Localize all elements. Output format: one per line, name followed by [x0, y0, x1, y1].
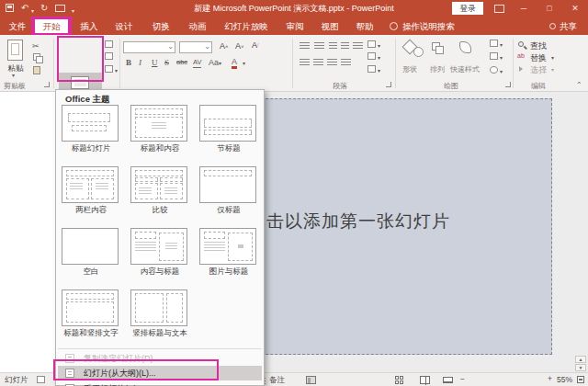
layout-content-with-caption[interactable]: [130, 228, 187, 265]
accessibility-icon[interactable]: [37, 376, 45, 383]
slide-placeholder-text[interactable]: 单击以添加第一张幻灯片: [248, 210, 450, 233]
shape-outline-icon[interactable]: [490, 52, 498, 60]
layout-section-header[interactable]: [199, 105, 256, 142]
select-dropdown-icon[interactable]: ▾: [551, 66, 554, 73]
clear-formatting-icon[interactable]: A⁄: [252, 40, 258, 51]
bold-button[interactable]: B: [126, 58, 131, 67]
reading-view-icon[interactable]: [420, 376, 430, 384]
select-button[interactable]: 选择: [530, 64, 547, 76]
tab-file[interactable]: 文件: [4, 17, 31, 35]
arrange-label[interactable]: 排列: [430, 64, 445, 74]
paste-dropdown-icon[interactable]: ▾: [12, 72, 15, 78]
tab-design[interactable]: 设计: [108, 17, 140, 35]
slideshow-view-icon[interactable]: [443, 377, 453, 383]
font-name-combo[interactable]: [123, 41, 175, 53]
justify-icon[interactable]: [341, 59, 351, 65]
scroll-up-button[interactable]: ▲: [575, 356, 586, 363]
tab-help[interactable]: 帮助: [349, 17, 380, 35]
align-text-icon[interactable]: [368, 52, 376, 60]
zoom-out-button[interactable]: −: [460, 374, 465, 383]
tab-review[interactable]: 审阅: [279, 17, 311, 35]
reset-icon[interactable]: [105, 52, 113, 60]
strikethrough-button[interactable]: S: [164, 58, 169, 67]
paste-icon[interactable]: [7, 40, 23, 61]
fit-to-window-icon[interactable]: [577, 376, 584, 383]
shrink-font-icon[interactable]: A˅: [235, 41, 244, 51]
zoom-in-button[interactable]: +: [548, 374, 552, 383]
collapse-ribbon-icon[interactable]: ⌃: [576, 81, 582, 89]
font-color-icon[interactable]: A: [232, 57, 237, 69]
maximize-button[interactable]: □: [538, 2, 560, 16]
change-case-icon[interactable]: Aa▾: [209, 58, 221, 68]
sign-in-button[interactable]: 登录: [452, 2, 483, 15]
italic-button[interactable]: I: [139, 58, 141, 67]
close-button[interactable]: ✕: [564, 2, 586, 16]
replace-button[interactable]: 替换: [530, 52, 547, 64]
smartart-convert-icon[interactable]: [368, 65, 376, 73]
text-shadow-icon[interactable]: abc: [176, 58, 187, 67]
tell-me-search[interactable]: 操作说明搜索: [402, 17, 467, 35]
align-center-icon[interactable]: [313, 59, 323, 65]
layout-title-and-content[interactable]: [130, 105, 187, 142]
text-direction-dropdown-icon[interactable]: ▾: [378, 41, 380, 51]
font-size-combo[interactable]: [179, 41, 212, 53]
tab-slideshow[interactable]: 幻灯片放映: [217, 17, 276, 35]
tab-animations[interactable]: 动画: [182, 17, 213, 35]
layout-comparison[interactable]: [130, 166, 187, 203]
align-left-icon[interactable]: [300, 59, 310, 65]
drawing-dialog-launcher-icon[interactable]: [505, 82, 511, 87]
paste-button-label[interactable]: 粘贴: [2, 63, 29, 74]
shape-outline-dropdown-icon[interactable]: ▾: [500, 53, 503, 62]
numbering-icon[interactable]: [314, 42, 324, 49]
shape-fill-dropdown-icon[interactable]: ▾: [500, 40, 503, 50]
minimize-button[interactable]: ─: [513, 2, 535, 16]
layout-title-and-vertical-text[interactable]: [62, 290, 119, 326]
scroll-down-button[interactable]: ▼: [575, 364, 586, 371]
arrange-icon[interactable]: [432, 42, 440, 51]
line-spacing-icon[interactable]: [353, 42, 363, 49]
layout-icon[interactable]: [105, 40, 113, 48]
shape-effects-icon[interactable]: [490, 66, 498, 74]
normal-view-icon[interactable]: [306, 376, 316, 384]
text-direction-icon[interactable]: [368, 40, 376, 48]
layout-picture-with-caption[interactable]: [199, 228, 256, 265]
quick-styles-icon[interactable]: [459, 41, 471, 53]
tab-view[interactable]: 视图: [314, 17, 345, 35]
align-text-dropdown-icon[interactable]: ▾: [378, 53, 380, 62]
format-painter-icon[interactable]: [33, 66, 40, 74]
ribbon-display-options-icon[interactable]: [494, 5, 504, 13]
decrease-indent-icon[interactable]: [329, 42, 337, 49]
slide-thumbnails-panel[interactable]: [0, 92, 57, 372]
grow-font-icon[interactable]: A˄: [220, 41, 229, 51]
shapes-label[interactable]: 形状: [402, 64, 417, 74]
copy-icon[interactable]: [33, 53, 40, 61]
layout-blank[interactable]: [62, 228, 119, 265]
tab-insert[interactable]: 插入: [74, 17, 105, 35]
notes-toggle[interactable]: 备注: [269, 375, 285, 386]
find-button[interactable]: 查找: [530, 40, 547, 52]
smartart-dropdown-icon[interactable]: ▾: [378, 66, 380, 75]
slide-sorter-view-icon[interactable]: [395, 376, 403, 384]
share-button[interactable]: 共享: [560, 17, 583, 35]
tab-transitions[interactable]: 切换: [145, 17, 176, 35]
layout-title-only[interactable]: [199, 166, 256, 203]
section-icon[interactable]: [105, 65, 113, 73]
section-dropdown-icon[interactable]: ▾: [115, 66, 118, 75]
bullets-icon[interactable]: [300, 42, 310, 49]
character-spacing-icon[interactable]: AV: [193, 58, 201, 68]
layout-title-slide[interactable]: [62, 105, 119, 142]
clipboard-dialog-launcher-icon[interactable]: [44, 82, 50, 87]
shape-effects-dropdown-icon[interactable]: ▾: [500, 67, 503, 76]
underline-button[interactable]: U: [152, 58, 158, 67]
menu-item-reuse-slides[interactable]: 重用幻灯片(R): [58, 381, 262, 386]
paragraph-dialog-launcher-icon[interactable]: [386, 82, 391, 87]
cut-icon[interactable]: ✂: [32, 41, 40, 51]
zoom-level[interactable]: 55%: [557, 375, 572, 384]
layout-two-content[interactable]: [62, 166, 119, 203]
font-color-dropdown-icon[interactable]: ▾: [243, 59, 245, 68]
shape-fill-icon[interactable]: [490, 40, 498, 47]
layout-vertical-title-and-text[interactable]: [130, 290, 187, 326]
increase-indent-icon[interactable]: [341, 42, 349, 49]
align-right-icon[interactable]: [327, 59, 337, 65]
replace-dropdown-icon[interactable]: ▾: [551, 54, 554, 61]
